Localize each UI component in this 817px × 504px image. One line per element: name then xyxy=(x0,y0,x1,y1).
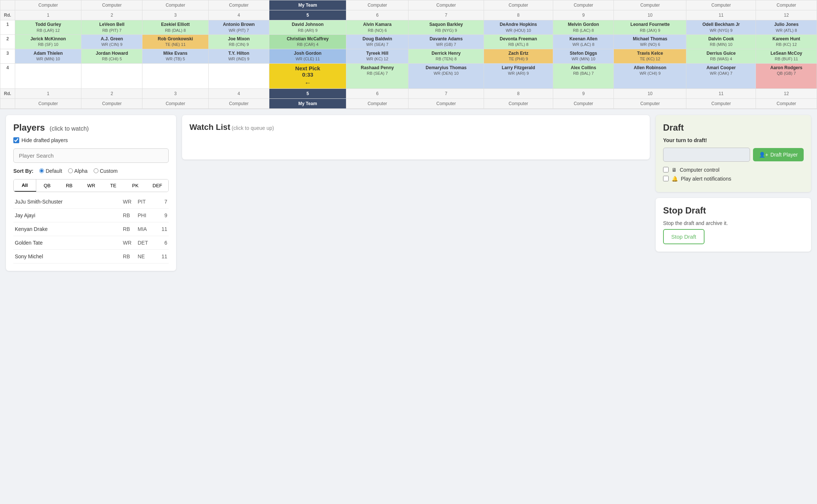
sort-custom-option[interactable]: Custom xyxy=(94,168,118,174)
pick-3-9[interactable]: Stefon Diggs WR (MIN) 10 xyxy=(553,49,614,63)
sort-alpha-radio[interactable] xyxy=(68,168,73,173)
pick-1-6[interactable]: Alvin Kamara RB (NO) 6 xyxy=(346,20,408,35)
pick-1-2[interactable]: LeVeon Bell RB (PIT) 7 xyxy=(81,20,142,35)
pick-1-8[interactable]: DeAndre Hopkins WR (HOU) 10 xyxy=(484,20,553,35)
pick-1-11[interactable]: Odell Beckham Jr WR (NYG) 9 xyxy=(686,20,756,35)
pick-1-9[interactable]: Melvin Gordon RB (LAC) 8 xyxy=(553,20,614,35)
pos-tab-qb[interactable]: QB xyxy=(36,179,58,192)
pick-3-1[interactable]: Adam Thielen WR (MIN) 10 xyxy=(15,49,81,63)
pick-4-7[interactable]: Demaryius Thomas WR (DEN) 10 xyxy=(408,63,484,88)
pick-2-4[interactable]: Joe Mixon RB (CIN) 9 xyxy=(208,34,269,49)
player-row-michel[interactable]: Sony Michel RB NE 11 xyxy=(13,250,169,263)
pos-tab-pk[interactable]: PK xyxy=(124,179,147,192)
team-header-1: Computer xyxy=(15,0,81,10)
team-footer-10: Computer xyxy=(614,98,686,108)
player-row-juju[interactable]: JuJu Smith-Schuster WR PIT 7 xyxy=(13,195,169,209)
hide-drafted-checkbox[interactable] xyxy=(13,137,19,143)
player-row-tate[interactable]: Golden Tate WR DET 6 xyxy=(13,236,169,250)
hide-drafted-label: Hide drafted players xyxy=(21,137,68,143)
pick-2-3[interactable]: Rob Gronkowski TE (NE) 11 xyxy=(142,34,208,49)
col-num-9: 9 xyxy=(553,10,614,20)
watchlist-title: Watch List (click to queue up) xyxy=(189,122,642,132)
pos-tab-def[interactable]: DEF xyxy=(146,179,168,192)
pick-3-10[interactable]: Travis Kelce TE (KC) 12 xyxy=(614,49,686,63)
play-alert-checkbox[interactable] xyxy=(663,176,669,181)
pick-2-7[interactable]: Davante Adams WR (GB) 7 xyxy=(408,34,484,49)
computer-control-checkbox[interactable] xyxy=(663,167,669,172)
col-num-b-1: 1 xyxy=(15,88,81,98)
pick-1-4[interactable]: Antonio Brown WR (PIT) 7 xyxy=(208,20,269,35)
pick-2-10[interactable]: Michael Thomas WR (NO) 6 xyxy=(614,34,686,49)
pick-1-3[interactable]: Ezekiel Elliott RB (DAL) 8 xyxy=(142,20,208,35)
pick-3-5-myteam[interactable]: Josh Gordon WR (CLE) 11 xyxy=(269,49,346,63)
pick-1-12[interactable]: Julio Jones WR (ATL) 8 xyxy=(756,20,817,35)
pick-4-1-empty xyxy=(15,63,81,88)
col-num-6: 6 xyxy=(346,10,408,20)
player-row-drake[interactable]: Kenyan Drake RB MIA 11 xyxy=(13,222,169,236)
pick-2-1[interactable]: Jerick McKinnon RB (SF) 10 xyxy=(15,34,81,49)
pick-2-2[interactable]: A.J. Green WR (CIN) 9 xyxy=(81,34,142,49)
pick-3-3[interactable]: Mike Evans WR (TB) 5 xyxy=(142,49,208,63)
player-list: JuJu Smith-Schuster WR PIT 7 Jay Ajayi R… xyxy=(13,195,169,263)
pick-2-5-myteam[interactable]: Christian McCaffrey RB (CAR) 4 xyxy=(269,34,346,49)
pick-3-2[interactable]: Jordan Howard RB (CHI) 5 xyxy=(81,49,142,63)
play-alert-row: 🔔 Play alert notifications xyxy=(663,176,804,182)
col-num-7: 7 xyxy=(408,10,484,20)
pick-2-11[interactable]: Dalvin Cook RB (MIN) 10 xyxy=(686,34,756,49)
pos-tab-te[interactable]: TE xyxy=(102,179,124,192)
team-header-2: Computer xyxy=(81,0,142,10)
team-header-row: Computer Computer Computer Computer My T… xyxy=(0,0,817,10)
pick-2-6[interactable]: Doug Baldwin WR (SEA) 7 xyxy=(346,34,408,49)
watchlist-panel: Watch List (click to queue up) xyxy=(182,115,650,159)
team-header-5-myteam: My Team xyxy=(269,0,346,10)
col-num-b-12: 12 xyxy=(756,88,817,98)
pick-3-8[interactable]: Zach Ertz TE (PHI) 9 xyxy=(484,49,553,63)
draft-player-input[interactable] xyxy=(663,148,750,162)
round-3-row: 3 Adam Thielen WR (MIN) 10 Jordan Howard… xyxy=(0,49,817,63)
pick-3-4[interactable]: T.Y. Hilton WR (IND) 9 xyxy=(208,49,269,63)
pick-3-6[interactable]: Tyreek Hill WR (KC) 12 xyxy=(346,49,408,63)
pick-1-1[interactable]: Todd Gurley RB (LAR) 12 xyxy=(15,20,81,35)
team-footer-row: Computer Computer Computer Computer My T… xyxy=(0,98,817,108)
pick-4-6[interactable]: Rashaad Penny RB (SEA) 7 xyxy=(346,63,408,88)
sort-alpha-option[interactable]: Alpha xyxy=(68,168,88,174)
pick-4-12[interactable]: Aaron Rodgers QB (GB) 7 xyxy=(756,63,817,88)
team-footer-11: Computer xyxy=(686,98,756,108)
hide-drafted-row: Hide drafted players xyxy=(13,137,169,143)
pick-4-10[interactable]: Allen Robinson WR (CHI) 9 xyxy=(614,63,686,88)
team-footer-1: Computer xyxy=(15,98,81,108)
col-num-2: 2 xyxy=(81,10,142,20)
pick-1-10[interactable]: Leonard Fournette RB (JAX) 9 xyxy=(614,20,686,35)
pick-2-8[interactable]: Devonta Freeman RB (ATL) 8 xyxy=(484,34,553,49)
sort-row: Sort By: Default Alpha Custom xyxy=(13,168,169,174)
pick-3-7[interactable]: Derrick Henry RB (TEN) 8 xyxy=(408,49,484,63)
col-num-11: 11 xyxy=(686,10,756,20)
pick-4-9[interactable]: Alex Collins RB (BAL) 7 xyxy=(553,63,614,88)
draft-board: Computer Computer Computer Computer My T… xyxy=(0,0,817,109)
sort-default-option[interactable]: Default xyxy=(39,168,62,174)
pos-tab-all[interactable]: All xyxy=(14,179,36,192)
col-num-b-6: 6 xyxy=(346,88,408,98)
sort-custom-radio[interactable] xyxy=(94,168,98,173)
col-num-12: 12 xyxy=(756,10,817,20)
team-footer-8: Computer xyxy=(484,98,553,108)
pick-1-7[interactable]: Saquon Barkley RB (NYG) 9 xyxy=(408,20,484,35)
col-num-b-11: 11 xyxy=(686,88,756,98)
pick-4-11[interactable]: Amari Cooper WR (OAK) 7 xyxy=(686,63,756,88)
player-search-input[interactable] xyxy=(13,148,169,163)
pick-2-9[interactable]: Keenan Allen WR (LAC) 8 xyxy=(553,34,614,49)
player-row-ajayi[interactable]: Jay Ajayi RB PHI 9 xyxy=(13,209,169,222)
pick-1-5-myteam[interactable]: David Johnson RB (ARI) 9 xyxy=(269,20,346,35)
pick-3-11[interactable]: Derrius Guice RB (WAS) 4 xyxy=(686,49,756,63)
draft-player-button[interactable]: 👤+ Draft Player xyxy=(753,148,804,161)
team-footer-9: Computer xyxy=(553,98,614,108)
pos-tab-rb[interactable]: RB xyxy=(58,179,80,192)
sort-default-radio[interactable] xyxy=(39,168,44,173)
pick-2-12[interactable]: Kareem Hunt RB (KC) 12 xyxy=(756,34,817,49)
pos-tab-wr[interactable]: WR xyxy=(80,179,102,192)
play-alert-label: Play alert notifications xyxy=(681,176,731,182)
pick-3-12[interactable]: LeSean McCoy RB (BUF) 11 xyxy=(756,49,817,63)
pick-4-8[interactable]: Larry Fitzgerald WR (ARI) 9 xyxy=(484,63,553,88)
col-num-3: 3 xyxy=(142,10,208,20)
stop-draft-button[interactable]: Stop Draft xyxy=(663,229,705,244)
